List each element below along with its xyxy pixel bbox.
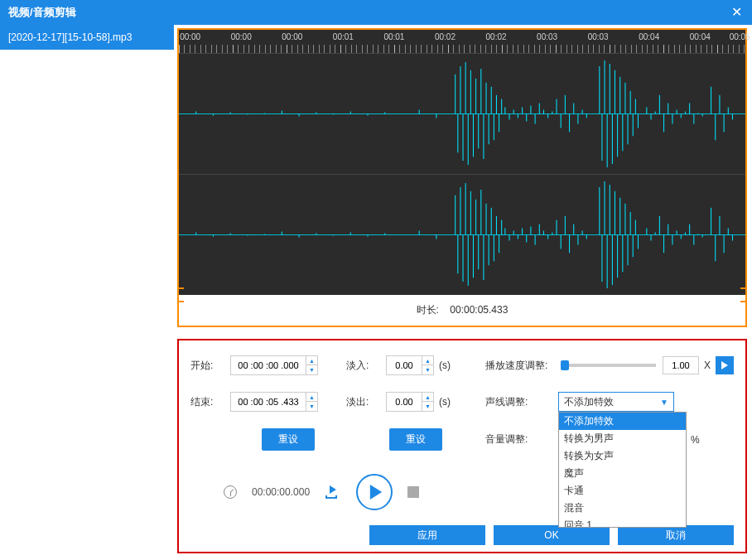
cancel-button[interactable]: 取消: [618, 525, 734, 545]
voice-option[interactable]: 不添加特效: [559, 413, 686, 430]
spinner-up-icon[interactable]: ▲: [422, 393, 433, 402]
play-button[interactable]: [356, 474, 393, 510]
voice-option[interactable]: 转换为男声: [559, 430, 686, 447]
apply-button[interactable]: 应用: [369, 525, 485, 545]
speed-slider[interactable]: [565, 364, 656, 367]
chevron-down-icon: ▼: [660, 398, 668, 407]
volume-unit: %: [691, 434, 700, 446]
start-time-input[interactable]: ▲▼: [230, 355, 318, 375]
time-ruler[interactable]: 00:00 00:00 00:00 00:01 00:01 00:02 00:0…: [179, 30, 745, 53]
voice-dropdown[interactable]: 不添加特效 ▼: [558, 392, 674, 412]
clock-icon: [224, 485, 237, 499]
controls-panel: 开始: ▲▼ 淡入: ▲▼ (s) 播放速度调整:: [177, 339, 747, 553]
end-label: 结束:: [190, 395, 230, 409]
voice-label: 声线调整:: [485, 395, 558, 409]
duration-bar: 时长: 00:00:05.433: [179, 295, 745, 326]
spinner-up-icon[interactable]: ▲: [306, 356, 317, 365]
reset-fade-button[interactable]: 重设: [389, 428, 442, 451]
ok-button[interactable]: OK: [494, 525, 610, 545]
fadeout-input[interactable]: ▲▼: [386, 392, 434, 412]
spinner-down-icon[interactable]: ▼: [422, 402, 433, 411]
voice-option[interactable]: 混音: [559, 500, 686, 517]
stop-button[interactable]: [407, 486, 419, 498]
duration-value: 00:00:05.433: [450, 304, 508, 316]
voice-option[interactable]: 回音 1: [559, 517, 686, 528]
voice-option[interactable]: 卡通: [559, 482, 686, 500]
speed-preview-button[interactable]: [716, 356, 734, 374]
waveform-right-channel[interactable]: [179, 174, 745, 295]
spinner-down-icon[interactable]: ▼: [422, 365, 433, 374]
spinner-down-icon[interactable]: ▼: [306, 402, 317, 411]
fadein-input[interactable]: ▲▼: [386, 355, 434, 375]
speed-label: 播放速度调整:: [485, 359, 558, 373]
voice-option[interactable]: 转换为女声: [559, 447, 686, 465]
trim-handle-right[interactable]: [740, 287, 747, 302]
speed-value-input[interactable]: [663, 356, 699, 374]
export-icon[interactable]: [325, 484, 341, 501]
end-time-input[interactable]: ▲▼: [230, 392, 318, 412]
close-icon[interactable]: ✕: [731, 4, 742, 20]
title-bar: 视频/音频剪辑 ✕: [0, 0, 752, 25]
fadein-label: 淡入:: [346, 359, 386, 373]
file-list-sidebar: [2020-12-17][15-10-58].mp3: [0, 25, 174, 560]
waveform-container: 00:00 00:00 00:00 00:01 00:01 00:02 00:0…: [177, 28, 747, 327]
trim-handle-left[interactable]: [177, 287, 184, 302]
playback-time: 00:00:00.000: [252, 486, 310, 498]
volume-label: 音量调整:: [485, 432, 558, 447]
spinner-down-icon[interactable]: ▼: [306, 365, 317, 374]
voice-option[interactable]: 魔声: [559, 465, 686, 482]
start-label: 开始:: [190, 359, 230, 373]
window-title: 视频/音频剪辑: [8, 5, 76, 20]
waveform-left-channel[interactable]: [179, 53, 745, 174]
fadeout-label: 淡出:: [346, 395, 386, 409]
voice-dropdown-list[interactable]: 不添加特效 转换为男声 转换为女声 魔声 卡通 混音 回音 1 回音 2: [558, 412, 687, 528]
spinner-up-icon[interactable]: ▲: [306, 393, 317, 402]
spinner-up-icon[interactable]: ▲: [422, 356, 433, 365]
reset-time-button[interactable]: 重设: [262, 428, 315, 451]
file-item[interactable]: [2020-12-17][15-10-58].mp3: [0, 25, 174, 50]
duration-label: 时长:: [417, 304, 439, 316]
